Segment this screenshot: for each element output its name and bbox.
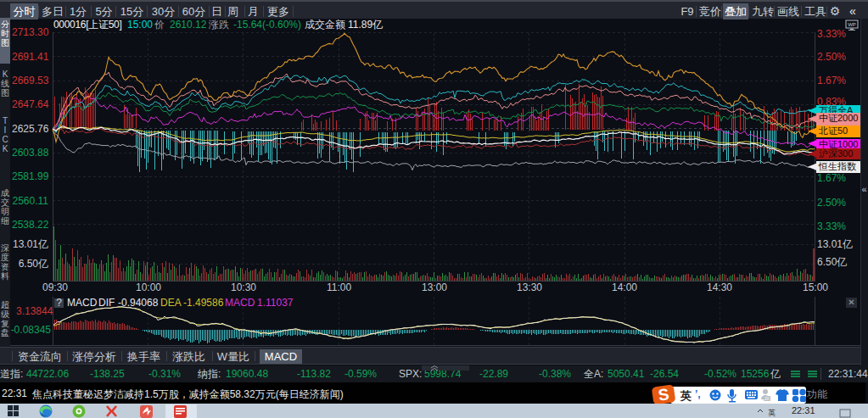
svg-text:WP: WP bbox=[848, 22, 856, 27]
svg-text:20: 20 bbox=[764, 396, 770, 401]
svg-text:英: 英 bbox=[768, 409, 776, 417]
svg-text:英: 英 bbox=[680, 389, 692, 402]
svg-text:’,: ’, bbox=[695, 388, 701, 400]
